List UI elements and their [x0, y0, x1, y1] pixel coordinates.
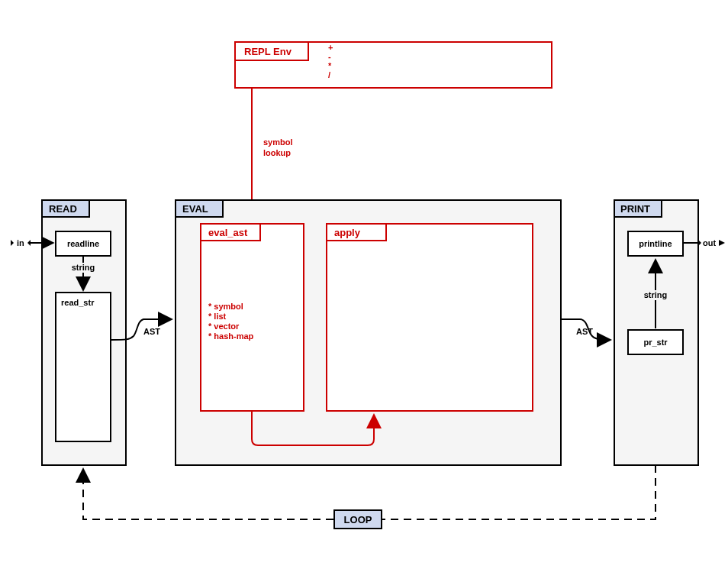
eval-ast-item: * vector [208, 322, 240, 331]
repl-diagram: REPL Env + - * / symbol lookup READ read… [0, 0, 728, 569]
print-panel: PRINT printline string pr_str [614, 200, 698, 465]
arrow-ast-eval-print: AST [561, 319, 610, 340]
label-out: out [703, 238, 716, 247]
label-in: in [17, 238, 24, 247]
read-panel: READ readline string string read_str [42, 200, 126, 465]
label-string-print: string [644, 290, 668, 299]
svg-rect-10 [327, 224, 533, 411]
label-lookup: lookup [263, 148, 291, 157]
loop-label: LOOP [344, 514, 372, 525]
eval-ast-item: * hash-map [208, 331, 254, 341]
eval-ast-item: * symbol [208, 302, 243, 311]
pr-str-label: pr_str [643, 338, 668, 347]
read-title: READ [49, 203, 77, 215]
apply-box: apply [327, 224, 533, 411]
repl-env-title: REPL Env [244, 46, 292, 57]
eval-panel: EVAL eval_ast * symbol * list * vector *… [176, 200, 561, 465]
eval-ast-box: eval_ast * symbol * list * vector * hash… [201, 224, 304, 411]
apply-title: apply [334, 227, 361, 238]
repl-env-box: REPL Env + - * / [235, 42, 552, 88]
repl-env-op: - [328, 52, 331, 61]
eval-ast-item: * list [208, 312, 227, 321]
label-ast-1: AST [143, 327, 160, 336]
repl-env-op: / [328, 70, 330, 79]
loop-arrow: LOOP [83, 465, 656, 529]
eval-title: EVAL [182, 203, 208, 215]
read-str-box [56, 293, 111, 441]
readline-label: readline [67, 239, 99, 248]
label-string-read: string [72, 263, 95, 272]
printline-label: printline [639, 239, 672, 248]
print-title: PRINT [620, 203, 650, 215]
eval-ast-title: eval_ast [208, 227, 248, 238]
repl-env-op: + [328, 43, 333, 52]
label-symbol: symbol [263, 137, 293, 147]
read-str-label: read_str [61, 298, 95, 307]
repl-env-op: * [328, 61, 332, 70]
label-ast-2: AST [576, 327, 593, 336]
